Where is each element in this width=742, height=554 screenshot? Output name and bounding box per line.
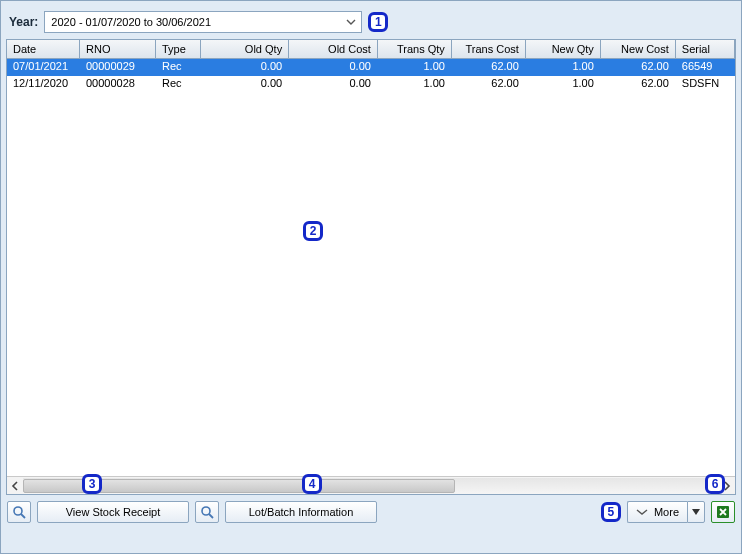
scroll-track[interactable] xyxy=(23,478,719,494)
cell-type: Rec xyxy=(156,76,201,93)
table-row[interactable]: 12/11/202000000028Rec0.000.001.0062.001.… xyxy=(7,76,735,93)
cell-serial: SDSFN xyxy=(676,76,735,93)
callout-2: 2 xyxy=(303,221,323,241)
scroll-left-icon[interactable] xyxy=(7,478,23,494)
svg-line-3 xyxy=(209,514,213,518)
col-trans-qty[interactable]: Trans Qty xyxy=(378,40,452,58)
view-receipt-icon-button[interactable] xyxy=(7,501,31,523)
search-icon xyxy=(12,505,26,519)
svg-point-0 xyxy=(14,507,22,515)
svg-line-1 xyxy=(21,514,25,518)
col-old-cost[interactable]: Old Cost xyxy=(289,40,378,58)
lot-batch-icon-button[interactable] xyxy=(195,501,219,523)
col-serial[interactable]: Serial xyxy=(676,40,735,58)
cell-old_cost: 0.00 xyxy=(289,59,378,76)
more-button[interactable]: More xyxy=(627,501,687,523)
col-date[interactable]: Date xyxy=(7,40,80,58)
export-excel-button[interactable] xyxy=(711,501,735,523)
cell-old_qty: 0.00 xyxy=(201,76,289,93)
cell-serial: 66549 xyxy=(676,59,735,76)
col-type[interactable]: Type xyxy=(156,40,201,58)
cell-trans_qty: 1.00 xyxy=(378,76,452,93)
year-label: Year: xyxy=(9,15,38,29)
cell-rno: 00000029 xyxy=(80,59,156,76)
cell-type: Rec xyxy=(156,59,201,76)
grid-body: 07/01/202100000029Rec0.000.001.0062.001.… xyxy=(7,59,735,476)
col-new-cost[interactable]: New Cost xyxy=(601,40,676,58)
search-icon xyxy=(200,505,214,519)
cell-trans_cost: 62.00 xyxy=(452,76,526,93)
bottom-toolbar: View Stock Receipt Lot/Batch Information… xyxy=(1,495,741,527)
triangle-down-icon xyxy=(692,509,700,515)
cell-date: 12/11/2020 xyxy=(7,76,80,93)
view-receipt-label: View Stock Receipt xyxy=(66,506,161,518)
callout-1: 1 xyxy=(368,12,388,32)
col-rno[interactable]: RNO xyxy=(80,40,156,58)
more-label: More xyxy=(654,506,679,518)
callout-3: 3 xyxy=(82,474,102,494)
col-old-qty[interactable]: Old Qty xyxy=(201,40,289,58)
callout-6: 6 xyxy=(705,474,725,494)
cell-rno: 00000028 xyxy=(80,76,156,93)
cell-new_qty: 1.00 xyxy=(526,76,601,93)
chevron-down-icon xyxy=(636,508,648,516)
cell-trans_qty: 1.00 xyxy=(378,59,452,76)
table-row[interactable]: 07/01/202100000029Rec0.000.001.0062.001.… xyxy=(7,59,735,76)
year-select[interactable]: 2020 - 01/07/2020 to 30/06/2021 xyxy=(44,11,362,33)
data-grid: Date RNO Type Old Qty Old Cost Trans Qty… xyxy=(6,39,736,495)
view-stock-receipt-button[interactable]: View Stock Receipt xyxy=(37,501,189,523)
more-dropdown-button[interactable] xyxy=(687,501,705,523)
excel-icon xyxy=(716,505,730,519)
horizontal-scrollbar[interactable]: 3 4 6 xyxy=(7,476,735,494)
cell-new_qty: 1.00 xyxy=(526,59,601,76)
grid-header: Date RNO Type Old Qty Old Cost Trans Qty… xyxy=(7,40,735,59)
window-panel: Year: 2020 - 01/07/2020 to 30/06/2021 1 … xyxy=(0,0,742,554)
svg-point-2 xyxy=(202,507,210,515)
col-new-qty[interactable]: New Qty xyxy=(526,40,601,58)
lot-batch-button[interactable]: Lot/Batch Information xyxy=(225,501,377,523)
callout-4: 4 xyxy=(302,474,322,494)
lot-batch-label: Lot/Batch Information xyxy=(249,506,354,518)
year-select-value: 2020 - 01/07/2020 to 30/06/2021 xyxy=(51,16,211,28)
callout-5: 5 xyxy=(601,502,621,522)
cell-new_cost: 62.00 xyxy=(601,59,676,76)
filter-bar: Year: 2020 - 01/07/2020 to 30/06/2021 1 xyxy=(1,1,741,39)
cell-trans_cost: 62.00 xyxy=(452,59,526,76)
cell-new_cost: 62.00 xyxy=(601,76,676,93)
cell-old_qty: 0.00 xyxy=(201,59,289,76)
cell-old_cost: 0.00 xyxy=(289,76,378,93)
cell-date: 07/01/2021 xyxy=(7,59,80,76)
col-trans-cost[interactable]: Trans Cost xyxy=(452,40,526,58)
